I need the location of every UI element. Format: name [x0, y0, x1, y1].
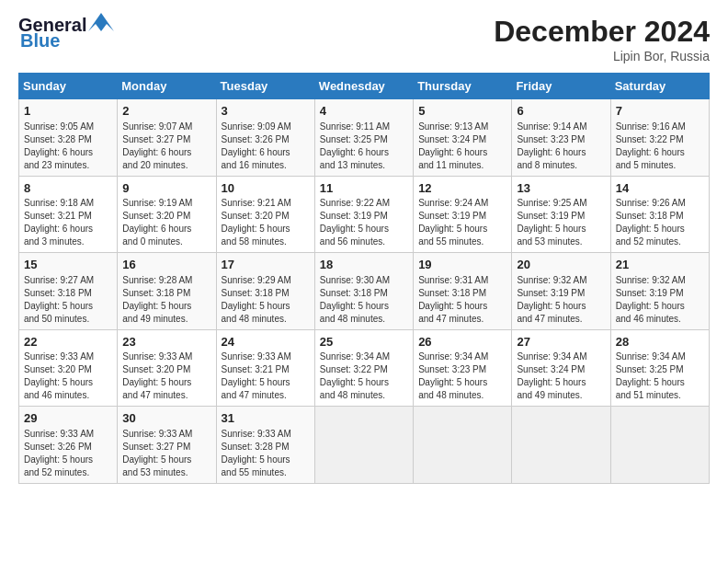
day-number: 14: [616, 180, 704, 197]
day-number: 21: [616, 257, 704, 273]
day-number: 30: [122, 410, 210, 427]
calendar-cell: 24Sunrise: 9:33 AMSunset: 3:21 PMDayligh…: [216, 329, 314, 407]
day-detail: Sunrise: 9:14 AMSunset: 3:23 PMDaylight:…: [517, 121, 605, 172]
day-detail: Sunrise: 9:25 AMSunset: 3:19 PMDaylight:…: [517, 197, 605, 248]
calendar-cell: 6Sunrise: 9:14 AMSunset: 3:23 PMDaylight…: [512, 99, 610, 177]
day-detail: Sunrise: 9:21 AMSunset: 3:20 PMDaylight:…: [222, 197, 310, 248]
day-number: 1: [24, 103, 112, 120]
day-number: 20: [517, 257, 605, 273]
day-detail: Sunrise: 9:09 AMSunset: 3:26 PMDaylight:…: [222, 121, 310, 172]
day-number: 28: [616, 334, 704, 350]
calendar-cell: 3Sunrise: 9:09 AMSunset: 3:26 PMDaylight…: [216, 99, 314, 177]
calendar-week-row: 15Sunrise: 9:27 AMSunset: 3:18 PMDayligh…: [19, 253, 710, 330]
day-number: 31: [222, 410, 310, 427]
title-block: December 2024 Lipin Bor, Russia: [494, 15, 710, 63]
day-detail: Sunrise: 9:22 AMSunset: 3:19 PMDaylight:…: [320, 197, 408, 248]
location-subtitle: Lipin Bor, Russia: [494, 49, 710, 63]
day-detail: Sunrise: 9:34 AMSunset: 3:22 PMDaylight:…: [320, 350, 408, 402]
day-detail: Sunrise: 9:34 AMSunset: 3:24 PMDaylight:…: [517, 350, 605, 402]
calendar-cell: 21Sunrise: 9:32 AMSunset: 3:19 PMDayligh…: [610, 253, 709, 330]
calendar-cell: 18Sunrise: 9:30 AMSunset: 3:18 PMDayligh…: [314, 253, 413, 330]
calendar-cell: 1Sunrise: 9:05 AMSunset: 3:28 PMDaylight…: [19, 99, 118, 177]
calendar-cell: [610, 407, 709, 484]
calendar-table: Sunday Monday Tuesday Wednesday Thursday…: [18, 73, 710, 484]
day-detail: Sunrise: 9:34 AMSunset: 3:23 PMDaylight:…: [418, 350, 506, 402]
day-number: 10: [222, 180, 310, 197]
day-detail: Sunrise: 9:13 AMSunset: 3:24 PMDaylight:…: [418, 121, 506, 172]
day-number: 27: [517, 334, 605, 350]
calendar-week-row: 1Sunrise: 9:05 AMSunset: 3:28 PMDaylight…: [19, 99, 710, 177]
day-number: 15: [24, 257, 112, 273]
day-number: 6: [517, 103, 605, 120]
day-number: 5: [418, 103, 506, 120]
day-detail: Sunrise: 9:34 AMSunset: 3:25 PMDaylight:…: [616, 350, 704, 402]
day-number: 22: [24, 334, 112, 350]
day-detail: Sunrise: 9:30 AMSunset: 3:18 PMDaylight:…: [320, 274, 408, 326]
day-detail: Sunrise: 9:32 AMSunset: 3:19 PMDaylight:…: [517, 274, 605, 326]
month-title: December 2024: [494, 15, 710, 49]
logo-blue: Blue: [20, 30, 60, 52]
day-detail: Sunrise: 9:24 AMSunset: 3:19 PMDaylight:…: [418, 197, 506, 248]
calendar-week-row: 22Sunrise: 9:33 AMSunset: 3:20 PMDayligh…: [19, 329, 710, 407]
day-number: 4: [320, 103, 408, 120]
calendar-cell: 17Sunrise: 9:29 AMSunset: 3:18 PMDayligh…: [216, 253, 314, 330]
col-wednesday: Wednesday: [314, 74, 413, 99]
day-number: 12: [418, 180, 506, 197]
calendar-cell: 27Sunrise: 9:34 AMSunset: 3:24 PMDayligh…: [512, 329, 610, 407]
logo: General Blue: [18, 15, 114, 52]
day-detail: Sunrise: 9:05 AMSunset: 3:28 PMDaylight:…: [24, 121, 112, 172]
calendar-cell: 31Sunrise: 9:33 AMSunset: 3:28 PMDayligh…: [216, 407, 314, 484]
day-number: 29: [24, 410, 112, 427]
calendar-cell: 19Sunrise: 9:31 AMSunset: 3:18 PMDayligh…: [414, 253, 512, 330]
day-detail: Sunrise: 9:07 AMSunset: 3:27 PMDaylight:…: [122, 121, 210, 172]
calendar-cell: 23Sunrise: 9:33 AMSunset: 3:20 PMDayligh…: [118, 329, 216, 407]
calendar-cell: 8Sunrise: 9:18 AMSunset: 3:21 PMDaylight…: [19, 176, 118, 253]
calendar-cell: 20Sunrise: 9:32 AMSunset: 3:19 PMDayligh…: [512, 253, 610, 330]
day-number: 16: [122, 257, 210, 273]
day-number: 3: [222, 103, 310, 120]
day-number: 26: [418, 334, 506, 350]
calendar-cell: 5Sunrise: 9:13 AMSunset: 3:24 PMDaylight…: [414, 99, 512, 177]
day-number: 17: [222, 257, 310, 273]
calendar-cell: 13Sunrise: 9:25 AMSunset: 3:19 PMDayligh…: [512, 176, 610, 253]
svg-marker-0: [88, 13, 114, 31]
col-sunday: Sunday: [19, 74, 118, 99]
day-number: 2: [122, 103, 210, 120]
calendar-cell: 12Sunrise: 9:24 AMSunset: 3:19 PMDayligh…: [414, 176, 512, 253]
calendar-cell: [512, 407, 610, 484]
col-saturday: Saturday: [610, 74, 709, 99]
day-number: 18: [320, 257, 408, 273]
calendar-cell: 29Sunrise: 9:33 AMSunset: 3:26 PMDayligh…: [19, 407, 118, 484]
day-detail: Sunrise: 9:11 AMSunset: 3:25 PMDaylight:…: [320, 121, 408, 172]
day-detail: Sunrise: 9:18 AMSunset: 3:21 PMDaylight:…: [24, 197, 112, 248]
day-number: 13: [517, 180, 605, 197]
calendar-cell: [314, 407, 413, 484]
day-detail: Sunrise: 9:16 AMSunset: 3:22 PMDaylight:…: [616, 121, 704, 172]
calendar-cell: 26Sunrise: 9:34 AMSunset: 3:23 PMDayligh…: [414, 329, 512, 407]
calendar-cell: 4Sunrise: 9:11 AMSunset: 3:25 PMDaylight…: [314, 99, 413, 177]
calendar-cell: [414, 407, 512, 484]
col-thursday: Thursday: [414, 74, 512, 99]
calendar-cell: 9Sunrise: 9:19 AMSunset: 3:20 PMDaylight…: [118, 176, 216, 253]
day-detail: Sunrise: 9:29 AMSunset: 3:18 PMDaylight:…: [222, 274, 310, 326]
calendar-cell: 15Sunrise: 9:27 AMSunset: 3:18 PMDayligh…: [19, 253, 118, 330]
calendar-cell: 14Sunrise: 9:26 AMSunset: 3:18 PMDayligh…: [610, 176, 709, 253]
day-detail: Sunrise: 9:31 AMSunset: 3:18 PMDaylight:…: [418, 274, 506, 326]
calendar-cell: 22Sunrise: 9:33 AMSunset: 3:20 PMDayligh…: [19, 329, 118, 407]
col-friday: Friday: [512, 74, 610, 99]
day-detail: Sunrise: 9:26 AMSunset: 3:18 PMDaylight:…: [616, 197, 704, 248]
day-number: 11: [320, 180, 408, 197]
day-detail: Sunrise: 9:33 AMSunset: 3:27 PMDaylight:…: [122, 428, 210, 479]
calendar-cell: 11Sunrise: 9:22 AMSunset: 3:19 PMDayligh…: [314, 176, 413, 253]
day-detail: Sunrise: 9:33 AMSunset: 3:21 PMDaylight:…: [222, 350, 310, 402]
calendar-cell: 16Sunrise: 9:28 AMSunset: 3:18 PMDayligh…: [118, 253, 216, 330]
day-number: 23: [122, 334, 210, 350]
calendar-cell: 25Sunrise: 9:34 AMSunset: 3:22 PMDayligh…: [314, 329, 413, 407]
day-number: 25: [320, 334, 408, 350]
calendar-container: General Blue December 2024 Lipin Bor, Ru…: [0, 0, 728, 493]
calendar-cell: 10Sunrise: 9:21 AMSunset: 3:20 PMDayligh…: [216, 176, 314, 253]
day-number: 19: [418, 257, 506, 273]
day-number: 24: [222, 334, 310, 350]
day-detail: Sunrise: 9:27 AMSunset: 3:18 PMDaylight:…: [24, 274, 112, 326]
calendar-header-row: Sunday Monday Tuesday Wednesday Thursday…: [19, 74, 710, 99]
